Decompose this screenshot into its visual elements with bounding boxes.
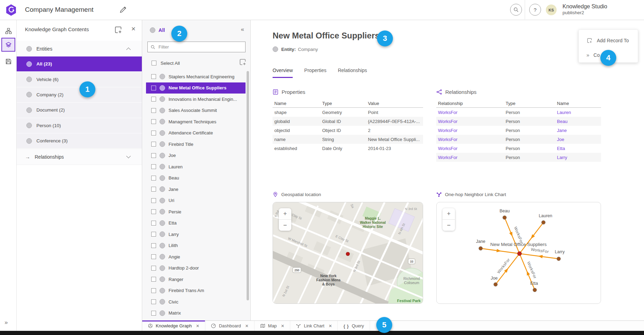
save-button[interactable] bbox=[3, 56, 14, 67]
entity-type-person-10[interactable]: Person (10) bbox=[17, 118, 142, 133]
record-location-marker[interactable] bbox=[346, 252, 350, 256]
record-checkbox[interactable] bbox=[151, 86, 156, 90]
close-panel-icon[interactable]: ✕ bbox=[131, 26, 136, 32]
graph-node-etta[interactable] bbox=[533, 288, 537, 292]
view-tab-knowledge-graph[interactable]: Knowledge Graph✕ bbox=[142, 321, 205, 331]
record-checkbox[interactable] bbox=[151, 198, 156, 203]
record-checkbox[interactable] bbox=[151, 243, 156, 248]
close-tab-icon[interactable]: ✕ bbox=[245, 324, 249, 328]
scrollbar-thumb[interactable] bbox=[247, 71, 249, 300]
record-item-angie[interactable]: Angie bbox=[146, 251, 246, 263]
record-item-joe[interactable]: Joe bbox=[146, 150, 246, 161]
entity-type-all-23[interactable]: All (23) bbox=[17, 56, 142, 72]
record-item-innovations-in-mechanical-engin[interactable]: Innovations in Mechanical Engin... bbox=[146, 94, 246, 105]
view-tab-map[interactable]: Map✕ bbox=[255, 321, 290, 331]
relationship-cell[interactable]: Beau bbox=[557, 119, 601, 124]
record-item-larry[interactable]: Larry bbox=[146, 229, 246, 240]
user-avatar[interactable]: KS bbox=[546, 5, 557, 15]
relationship-cell[interactable]: WorksFor bbox=[438, 137, 506, 142]
record-item-persie[interactable]: Persie bbox=[146, 206, 246, 218]
record-item-firebird-title[interactable]: Firebird Title bbox=[146, 139, 246, 150]
record-item-new-metal-office-suppliers[interactable]: New Metal Office Suppliers bbox=[146, 82, 246, 94]
relationships-section-header[interactable]: → Relationships bbox=[17, 149, 142, 165]
relationship-cell[interactable]: Etta bbox=[557, 146, 601, 151]
record-checkbox[interactable] bbox=[151, 164, 156, 169]
record-checkbox[interactable] bbox=[151, 108, 156, 113]
select-all-row[interactable]: Select All bbox=[152, 59, 180, 67]
relationship-cell[interactable]: WorksFor bbox=[438, 146, 506, 151]
filter-field[interactable] bbox=[147, 42, 246, 52]
entity-type-vehicle-6[interactable]: Vehicle (6) bbox=[17, 72, 142, 87]
record-checkbox[interactable] bbox=[151, 299, 156, 304]
menu-item-collapse[interactable]: » Co bbox=[586, 52, 600, 58]
view-tab-query[interactable]: { }Query bbox=[338, 321, 370, 331]
record-checkbox[interactable] bbox=[151, 232, 156, 237]
record-item-lauren[interactable]: Lauren bbox=[146, 161, 246, 173]
graph-node-larry[interactable] bbox=[557, 257, 561, 261]
close-tab-icon[interactable]: ✕ bbox=[196, 324, 199, 328]
relationship-cell[interactable]: WorksFor bbox=[438, 110, 506, 115]
record-checkbox[interactable] bbox=[151, 221, 156, 226]
zoom-out-button[interactable]: − bbox=[279, 220, 291, 231]
view-tab-link-chart[interactable]: Link Chart✕ bbox=[290, 321, 338, 331]
relationship-cell[interactable]: Larry bbox=[557, 155, 601, 160]
graph-node-beau[interactable] bbox=[503, 216, 507, 220]
relationship-cell[interactable]: Joe bbox=[557, 137, 601, 142]
search-button[interactable] bbox=[510, 4, 522, 16]
record-checkbox[interactable] bbox=[151, 311, 156, 316]
record-checkbox[interactable] bbox=[151, 288, 156, 293]
filter-input[interactable] bbox=[158, 44, 242, 50]
entity-type-conference-3[interactable]: Conference (3) bbox=[17, 133, 142, 149]
record-checkbox[interactable] bbox=[151, 74, 156, 79]
relationship-cell[interactable]: Jane bbox=[557, 128, 601, 133]
tab-relationships[interactable]: Relationships bbox=[338, 68, 367, 78]
record-checkbox[interactable] bbox=[151, 277, 156, 282]
zoom-out-button[interactable]: − bbox=[443, 220, 455, 231]
record-item-beau[interactable]: Beau bbox=[146, 173, 246, 184]
record-item-etta[interactable]: Etta bbox=[146, 218, 246, 229]
record-item-attendance-certificate[interactable]: Attendance Certificate bbox=[146, 127, 246, 139]
link-chart-view[interactable]: + − WorksForWorksForWorksForWorksForBeau… bbox=[436, 202, 601, 304]
record-item-matrix[interactable]: Matrix bbox=[146, 308, 246, 319]
graph-node-jane[interactable] bbox=[479, 247, 483, 250]
record-item-staplers-mechanical-engineering[interactable]: Staplers Mechanical Engineering bbox=[146, 71, 246, 82]
record-checkbox[interactable] bbox=[151, 142, 156, 147]
record-checkbox[interactable] bbox=[151, 187, 156, 192]
relationship-cell[interactable]: WorksFor bbox=[438, 128, 506, 133]
view-tab-dashboard[interactable]: Dashboard✕ bbox=[205, 321, 255, 331]
select-all-checkbox[interactable] bbox=[152, 61, 156, 65]
record-item-managment-techniques[interactable]: Managment Techniques bbox=[146, 116, 246, 127]
record-item-hardtop-2-door[interactable]: Hardtop 2-door bbox=[146, 263, 246, 274]
add-record-icon[interactable] bbox=[114, 25, 123, 34]
expand-rail-button[interactable]: » bbox=[5, 319, 8, 326]
close-tab-icon[interactable]: ✕ bbox=[281, 324, 284, 328]
graph-center-node[interactable] bbox=[517, 252, 522, 256]
zoom-in-button[interactable]: + bbox=[443, 208, 455, 220]
entities-section-header[interactable]: Entities bbox=[17, 41, 142, 57]
help-button[interactable]: ? bbox=[529, 4, 541, 16]
record-checkbox[interactable] bbox=[151, 266, 156, 271]
relationship-cell[interactable]: Lauren bbox=[557, 110, 601, 115]
record-item-jane[interactable]: Jane bbox=[146, 184, 246, 195]
record-checkbox[interactable] bbox=[151, 209, 156, 214]
relationship-cell[interactable]: WorksFor bbox=[438, 119, 506, 124]
collapse-panel-icon[interactable]: « bbox=[241, 26, 244, 33]
graph-node-joe[interactable] bbox=[494, 283, 498, 286]
record-item-uri[interactable]: Uri bbox=[146, 195, 246, 206]
record-item-firebird-trans-am[interactable]: Firebird Trans Am bbox=[146, 285, 246, 297]
record-item-ranger[interactable]: Ranger bbox=[146, 274, 246, 285]
tab-overview[interactable]: Overview bbox=[273, 68, 293, 78]
map-view[interactable]: + − bbox=[273, 202, 423, 304]
relationship-cell[interactable]: WorksFor bbox=[438, 155, 506, 160]
record-item-lilith[interactable]: Lilith bbox=[146, 240, 246, 252]
menu-item-add-record-to[interactable]: Add Record To bbox=[586, 37, 629, 44]
record-checkbox[interactable] bbox=[151, 97, 156, 102]
contents-button[interactable] bbox=[1, 38, 15, 52]
record-checkbox[interactable] bbox=[151, 153, 156, 158]
user-info[interactable]: Knowledge Studio publisher2 bbox=[563, 3, 607, 16]
record-checkbox[interactable] bbox=[151, 131, 156, 135]
record-item-civic[interactable]: Civic bbox=[146, 296, 246, 308]
graph-node-lauren[interactable] bbox=[542, 221, 546, 224]
record-item-sales-associate-summit[interactable]: Sales Associate Summit bbox=[146, 105, 246, 116]
data-model-button[interactable] bbox=[3, 25, 14, 36]
